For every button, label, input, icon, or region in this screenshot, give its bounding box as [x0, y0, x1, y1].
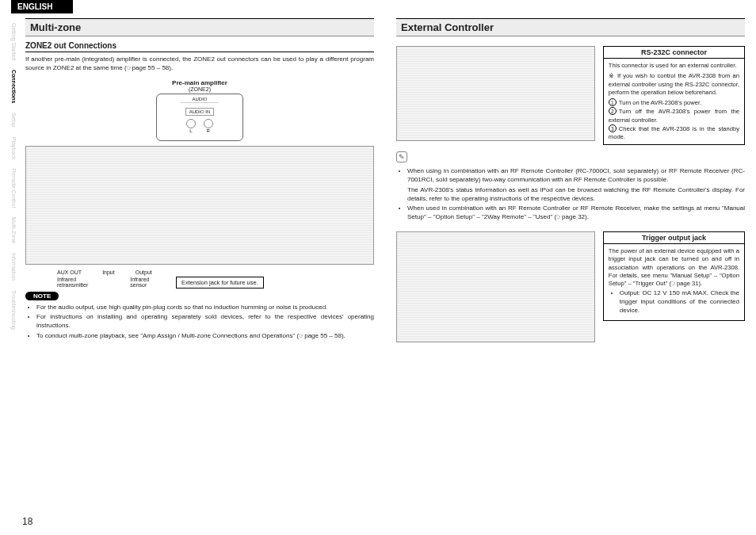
pencil-icon: ✎ — [396, 151, 407, 162]
amp-port-labels: L R — [157, 128, 242, 133]
label-output: Output — [136, 269, 152, 275]
figure-pre-main-amplifier: Pre-main amplifier (ZONE2) AUDIO AUDIO I… — [25, 73, 374, 289]
sidebar-item-troubleshooting[interactable]: Troubleshooting — [11, 290, 17, 330]
section-title-multi-zone: Multi-zone — [25, 18, 374, 36]
sidebar-item-getting-started[interactable]: Getting Started — [11, 23, 17, 60]
figure-subcaption: (ZONE2) — [25, 86, 374, 92]
note-item: To conduct multi-zone playback, see "Amp… — [36, 332, 374, 341]
panel-title-trigger: Trigger output jack — [604, 232, 744, 244]
zone2-intro-text: If another pre-main (integrated) amplifi… — [25, 55, 374, 73]
sidebar-item-information[interactable]: Information — [11, 253, 17, 281]
sidebar-item-setup[interactable]: Setup — [11, 113, 17, 127]
label-infrared-retransmitter: Infrared retransmitter — [57, 277, 98, 288]
sidebar-item-connections[interactable]: Connections — [11, 70, 17, 103]
rs232c-step: 2Turn off the AVR-2308's power from the … — [609, 107, 739, 124]
amp-port-l: L — [189, 128, 192, 133]
sidebar-item-remote-control[interactable]: Remote Control — [11, 169, 17, 208]
label-aux-out: AUX OUT — [57, 269, 82, 275]
pencil-note-item: When used in combination with an RF Remo… — [407, 204, 745, 222]
note-list: For the audio output, use high quality p… — [25, 304, 374, 341]
rear-panel-diagram-zone2 — [25, 146, 374, 265]
panel-trigger-output: Trigger output jack The power of an exte… — [603, 231, 745, 321]
rs232c-lead: This connector is used for an external c… — [609, 62, 739, 70]
rs232c-step: 3Check that the AVR-2308 is in the stand… — [609, 124, 739, 142]
section-tabs: Getting Started Connections Setup Playba… — [11, 13, 25, 347]
amp-audio-in-label: AUDIO IN — [185, 108, 214, 116]
trigger-bullet: Output: DC 12 V 150 mA MAX. Check the tr… — [620, 289, 739, 315]
trigger-body-text: The power of an external device equipped… — [609, 247, 739, 288]
note-item: For the audio output, use high quality p… — [36, 304, 374, 312]
label-infrared-sensor: Infrared sensor — [130, 277, 160, 288]
rs232c-step: 1Turn on the AVR-2308's power. — [609, 98, 739, 107]
panel-title-rs232c: RS-232C connector — [604, 47, 744, 59]
pencil-note-list: When using in combination with an RF Rem… — [396, 167, 745, 185]
language-tab: ENGLISH — [11, 0, 73, 13]
column-multi-zone: Multi-zone ZONE2 out Connections If anot… — [25, 18, 374, 347]
rs232c-star-note: ※ If you wish to control the AVR-2308 fr… — [609, 72, 739, 97]
panel-rs232c: RS-232C connector This connector is used… — [603, 46, 745, 145]
amp-port-r: R — [207, 128, 210, 133]
section-title-external-controller: External Controller — [396, 18, 745, 36]
page-number: 18 — [22, 516, 32, 527]
note-badge: NOTE — [25, 292, 59, 300]
sidebar-item-playback[interactable]: Playback — [11, 137, 17, 159]
pencil-note-continuation: The AVR-2308's status information as wel… — [396, 186, 745, 204]
amplifier-diagram-box: AUDIO AUDIO IN L R — [156, 94, 243, 141]
note-item: For instructions on installing and opera… — [36, 313, 374, 331]
figure-lower-labels: AUX OUT Input Output — [25, 269, 374, 275]
figure-caption: Pre-main amplifier — [25, 79, 374, 86]
rear-panel-diagram-trigger — [396, 231, 595, 342]
sub-heading-zone2: ZONE2 out Connections — [25, 41, 374, 52]
pencil-note-list-2: When used in combination with an RF Remo… — [396, 204, 745, 222]
amp-ports — [157, 119, 242, 128]
callout-extension-jack: Extension jack for future use. — [176, 277, 264, 289]
pencil-note-item: When using in combination with an RF Rem… — [407, 167, 745, 185]
amp-audio-label: AUDIO — [181, 96, 219, 103]
label-input: Input — [102, 269, 115, 275]
sidebar-item-multi-zone[interactable]: Multi-Zone — [11, 217, 17, 243]
column-external-controller: External Controller RS-232C connector Th… — [396, 18, 745, 347]
rear-panel-diagram-rs232c — [396, 46, 595, 141]
